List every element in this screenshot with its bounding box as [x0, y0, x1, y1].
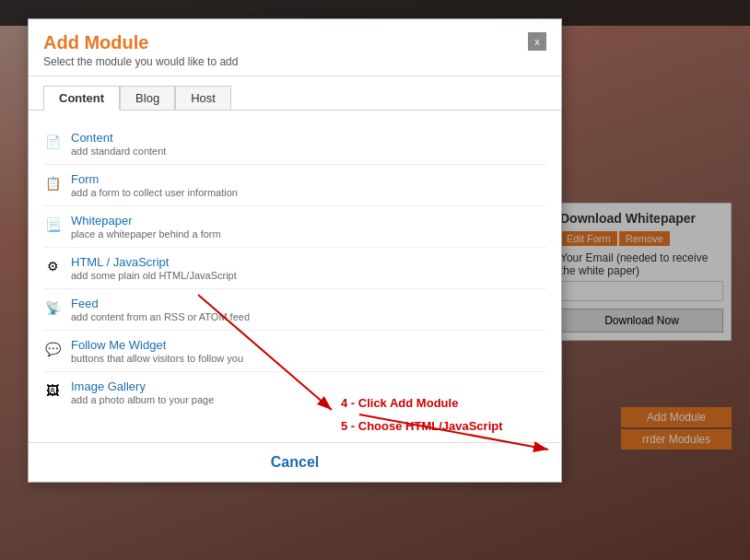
image-gallery-desc: add a photo album to your page: [71, 394, 214, 405]
follow-me-desc: buttons that allow visitors to follow yo…: [71, 353, 243, 364]
modal-subtitle: Select the module you would like to add: [43, 55, 238, 68]
image-gallery-name: Image Gallery: [71, 379, 214, 393]
modal-title: Add Module: [43, 32, 238, 53]
module-item-whitepaper[interactable]: 📃Whitepaperplace a whitepaper behind a f…: [43, 206, 546, 248]
feed-icon: 📡: [43, 298, 62, 317]
form-name: Form: [71, 172, 238, 186]
feed-name: Feed: [71, 297, 250, 310]
follow-me-info: Follow Me Widgetbuttons that allow visit…: [71, 338, 243, 364]
modal-footer: Cancel: [29, 442, 561, 482]
module-item-image-gallery[interactable]: 🖼Image Galleryadd a photo album to your …: [43, 372, 546, 413]
image-gallery-icon: 🖼: [43, 381, 62, 400]
whitepaper-name: Whitepaper: [71, 214, 221, 228]
module-item-feed[interactable]: 📡Feedadd content from an RSS or ATOM fee…: [43, 289, 546, 331]
html-javascript-desc: add some plain old HTML/JavaScript: [71, 270, 237, 281]
html-javascript-info: HTML / JavaScriptadd some plain old HTML…: [71, 255, 237, 281]
modal-title-group: Add Module Select the module you would l…: [43, 32, 238, 68]
form-desc: add a form to collect user information: [71, 187, 238, 198]
module-item-follow-me[interactable]: 💬Follow Me Widgetbuttons that allow visi…: [43, 331, 546, 372]
image-gallery-info: Image Galleryadd a photo album to your p…: [71, 379, 214, 405]
whitepaper-icon: 📃: [43, 216, 62, 234]
modal-tabs: Content Blog Host: [29, 76, 561, 111]
feed-info: Feedadd content from an RSS or ATOM feed: [71, 297, 250, 322]
form-info: Formadd a form to collect user informati…: [71, 172, 238, 198]
content-desc: add standard content: [71, 146, 166, 157]
html-javascript-name: HTML / JavaScript: [71, 255, 237, 269]
tab-blog[interactable]: Blog: [120, 86, 175, 110]
whitepaper-desc: place a whitepaper behind a form: [71, 228, 221, 239]
follow-me-name: Follow Me Widget: [71, 338, 243, 352]
content-info: Contentadd standard content: [71, 131, 166, 157]
add-module-modal: Add Module Select the module you would l…: [28, 18, 562, 483]
feed-desc: add content from an RSS or ATOM feed: [71, 311, 250, 322]
content-icon: 📄: [43, 133, 62, 151]
modal-close-button[interactable]: x: [528, 32, 546, 51]
cancel-button[interactable]: Cancel: [271, 454, 319, 471]
html-javascript-icon: ⚙: [43, 257, 62, 275]
module-list: 📄Contentadd standard content📋Formadd a f…: [29, 111, 561, 442]
modal-header: Add Module Select the module you would l…: [29, 19, 561, 76]
whitepaper-info: Whitepaperplace a whitepaper behind a fo…: [71, 214, 221, 239]
content-name: Content: [71, 131, 166, 145]
form-icon: 📋: [43, 174, 62, 192]
follow-me-icon: 💬: [43, 340, 62, 358]
module-item-form[interactable]: 📋Formadd a form to collect user informat…: [43, 165, 546, 206]
tab-host[interactable]: Host: [175, 86, 231, 110]
module-item-html-javascript[interactable]: ⚙HTML / JavaScriptadd some plain old HTM…: [43, 248, 546, 289]
module-item-content[interactable]: 📄Contentadd standard content: [43, 123, 546, 165]
tab-content[interactable]: Content: [43, 86, 120, 111]
